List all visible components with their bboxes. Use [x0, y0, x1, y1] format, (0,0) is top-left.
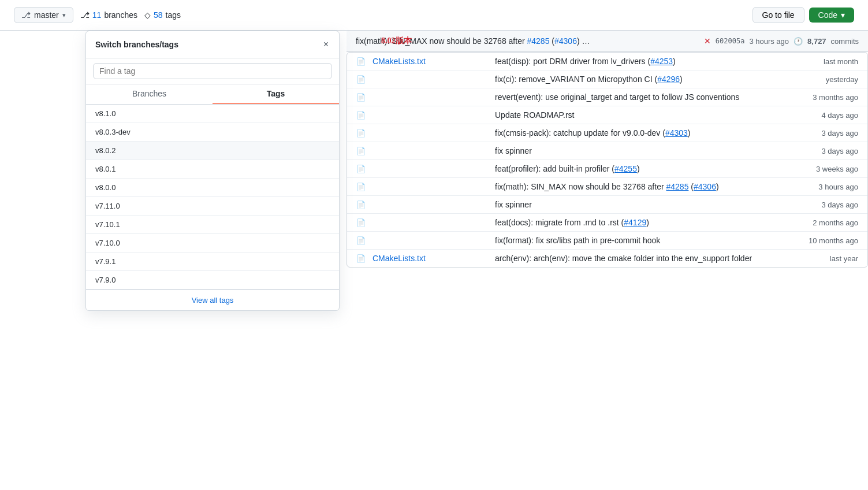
tag-name: v7.9.0 [95, 276, 116, 284]
file-icon: 📄 [356, 183, 366, 191]
file-commit-message: arch(env): arch(env): move the cmake fol… [495, 254, 782, 263]
arrow-annotation [333, 143, 339, 159]
file-commit-message: feat(disp): port DRM driver from lv_driv… [495, 57, 782, 66]
commit-ref[interactable]: #4253 [650, 57, 673, 66]
file-icon: 📄 [356, 93, 366, 102]
tags-count: 58 [154, 10, 163, 20]
toolbar-right: Go to file Code ▾ [752, 7, 855, 23]
commit-meta: ✕ 602005a 3 hours ago 🕐 8,727 commits [704, 36, 859, 46]
commit-link-4285[interactable]: #4285 [527, 36, 549, 46]
list-item[interactable]: v7.9.0 [86, 271, 339, 289]
commit-area: fix(math): SIN_MAX now should be 32768 a… [347, 31, 868, 268]
search-box [86, 58, 339, 84]
commit-ref[interactable]: #4255 [614, 164, 637, 173]
file-icon: 📄 [356, 57, 366, 66]
search-input[interactable] [93, 63, 332, 79]
file-icon: 📄 [356, 75, 366, 84]
file-time: 2 months ago [789, 218, 858, 227]
file-icon: 📄 [356, 218, 366, 227]
code-button[interactable]: Code ▾ [809, 8, 854, 23]
file-commit-message: fix spinner [495, 200, 782, 209]
file-icon: 📄 [356, 165, 366, 173]
tab-tags[interactable]: Tags [213, 84, 339, 104]
tabs-row: Branches Tags [86, 84, 339, 105]
branches-label: branches [104, 10, 137, 20]
file-time: last year [789, 254, 858, 263]
list-item[interactable]: v8.1.0 [86, 105, 339, 123]
table-row: 📄 fix(format): fix src/libs path in pre-… [347, 232, 867, 250]
file-icon: 📄 [356, 111, 366, 120]
file-icon: 📄 [356, 254, 366, 263]
file-time: 3 weeks ago [789, 165, 858, 173]
code-label: Code [818, 10, 837, 20]
tag-name: v8.0.0 [95, 183, 116, 192]
table-row: 📄 feat(docs): migrate from .md to .rst (… [347, 214, 867, 232]
branches-count: 11 [92, 10, 102, 20]
file-commit-message: fix spinner [495, 146, 782, 155]
file-name[interactable]: CMakeLists.txt [372, 254, 488, 263]
branch-icon-2: ⎇ [80, 10, 90, 20]
file-icon: 📄 [356, 201, 366, 209]
tag-name: v8.0.3-dev [95, 128, 131, 136]
tag-name: v7.11.0 [95, 202, 120, 210]
list-item[interactable]: v7.11.0 [86, 197, 339, 216]
file-list: 📄 CMakeLists.txt feat(disp): port DRM dr… [347, 52, 868, 268]
branch-selector[interactable]: ⎇ master ▾ [14, 7, 73, 23]
list-item[interactable]: v8.0.3-dev [86, 123, 339, 142]
file-icon: 📄 [356, 236, 366, 245]
chevron-down-icon: ▾ [62, 12, 66, 19]
table-row: 📄 fix(cmsis-pack): catchup update for v9… [347, 124, 867, 142]
tag-name: v7.10.1 [95, 220, 120, 229]
branches-link[interactable]: ⎇ 11 branches [80, 10, 137, 20]
table-row: 📄 fix spinner 3 days ago [347, 196, 867, 214]
file-commit-message: feat(profiler): add built-in profiler (#… [495, 164, 782, 173]
dropdown-header: Switch branches/tags × [86, 31, 339, 58]
tags-link[interactable]: ◇ 58 tags [144, 10, 181, 20]
commit-link-4306[interactable]: #4306 [554, 36, 577, 46]
commits-count: 8,727 [807, 37, 826, 46]
branch-icon: ⎇ [21, 10, 31, 20]
dropdown-title: Switch branches/tags [95, 40, 178, 49]
tags-label: tags [166, 10, 181, 20]
file-name[interactable]: CMakeLists.txt [372, 57, 488, 66]
tags-list[interactable]: v8.1.0 v8.0.3-dev v8.0.2 v8.0.1 [86, 105, 339, 289]
list-item[interactable]: v7.10.0 [86, 234, 339, 253]
file-commit-message: fix(ci): remove_VARIANT on Micropython C… [495, 75, 782, 84]
close-button[interactable]: × [322, 38, 330, 51]
file-commit-message: fix(math): SIN_MAX now should be 32768 a… [495, 182, 782, 191]
file-commit-message: fix(cmsis-pack): catchup update for v9.0… [495, 128, 782, 138]
file-time: 3 days ago [789, 147, 858, 155]
file-time: 10 months ago [789, 236, 858, 245]
tag-icon: ◇ [144, 10, 151, 20]
file-time: last month [789, 57, 858, 66]
go-to-file-button[interactable]: Go to file [752, 7, 804, 23]
commits-label: commits [831, 37, 859, 46]
file-time: 3 months ago [789, 93, 858, 102]
list-item[interactable]: v8.0.1 [86, 160, 339, 179]
clock-icon: 🕐 [794, 37, 803, 46]
commit-ref[interactable]: #4285 [666, 182, 688, 191]
commit-ref[interactable]: #4296 [657, 75, 680, 84]
file-commit-message: fix(format): fix src/libs path in pre-co… [495, 236, 782, 245]
tag-name: v8.0.2 [95, 146, 116, 155]
file-time: yesterday [789, 75, 858, 84]
version-annotation: 8.02版本 [381, 36, 412, 46]
branch-name: master [34, 10, 59, 20]
fail-icon: ✕ [704, 36, 711, 46]
ellipsis: … [582, 36, 590, 46]
tag-name: v8.0.1 [95, 165, 116, 173]
list-item[interactable]: v7.10.1 [86, 216, 339, 234]
commit-hash: 602005a [716, 37, 745, 45]
code-chevron-icon: ▾ [841, 10, 845, 20]
file-time: 4 days ago [789, 111, 858, 120]
tag-name: v7.9.1 [95, 257, 116, 266]
commit-ref-2[interactable]: #4306 [694, 182, 716, 191]
commit-ref[interactable]: #4129 [624, 218, 646, 227]
view-all-tags-link[interactable]: View all tags [86, 289, 339, 310]
tab-branches[interactable]: Branches [86, 84, 213, 104]
list-item[interactable]: v8.0.0 [86, 179, 339, 197]
list-item[interactable]: v8.0.2 [86, 142, 339, 160]
commit-ref[interactable]: #4303 [665, 128, 688, 138]
file-commit-message: Update ROADMAP.rst [495, 110, 782, 120]
list-item[interactable]: v7.9.1 [86, 253, 339, 271]
